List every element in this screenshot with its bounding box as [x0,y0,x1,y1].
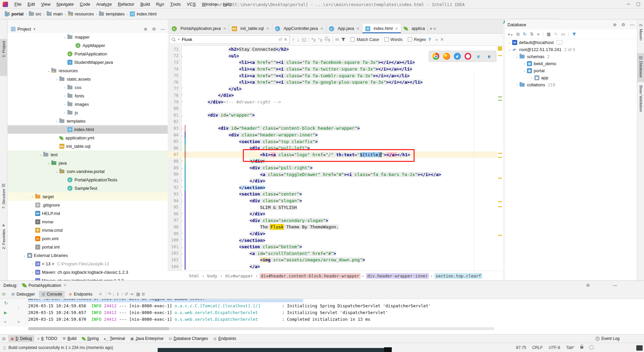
more-options-icon[interactable]: » [435,37,438,42]
tree-item-static.assets[interactable]: ⌄static.assets [8,75,168,83]
close-find-bar-icon[interactable]: ✕ [440,37,444,42]
code-line-92[interactable]: 92⌃ </section> [168,184,497,191]
tree-expand-icon[interactable]: › [529,76,534,80]
breadcrumb-item-templates[interactable]: templates [99,11,124,16]
debug-tab-endpoints[interactable]: ◉Endpoints [66,291,95,298]
close-tab-icon[interactable]: ✕ [320,27,323,31]
tab-list-chevron-icon[interactable]: ▾ [430,26,432,31]
fold-marker-icon[interactable]: ⌄ [180,114,184,117]
tree-expand-icon[interactable]: ⌄ [38,153,43,157]
tree-item-templates[interactable]: ⌄templates [8,117,168,125]
tree-item-resources[interactable]: ⌄resources [8,67,168,75]
fold-marker-icon[interactable]: ⌄ [180,140,184,143]
find-option-words[interactable]: Words [384,37,402,42]
tool-strip-bean-validation[interactable]: Bean Validation [637,83,644,120]
edge-icon[interactable]: e [486,53,493,60]
step-over-icon[interactable]: ↓ [112,292,115,297]
editor-breadcrumb-item[interactable]: div#header.content-block.header-wrapper [260,273,361,279]
toolwindow-terminal[interactable]: ▸_Terminal [102,335,127,342]
tree-item-PortalApplication[interactable]: CPortalApplication [8,50,168,58]
tree-expand-icon[interactable]: ⌄ [507,48,512,51]
indent-style[interactable]: Tab* [566,345,574,350]
breadcrumb-item-src[interactable]: src [29,11,41,16]
tool-window-switcher-icon[interactable]: ⊞ [2,336,6,341]
menu-run[interactable]: Run [153,0,167,9]
menu-build[interactable]: Build [137,0,153,9]
tree-expand-icon[interactable]: ⌄ [46,69,51,73]
tree-expand-icon[interactable]: ⌄ [54,77,59,81]
tab-list-menu-icon[interactable]: ≡ [433,26,436,31]
log-line[interactable]: 2020-03-15 10:24:59.656 INFO 24412 --- [… [28,302,644,309]
tree-expand-icon[interactable]: › [62,94,67,98]
scroll-up-icon[interactable]: ↑ [17,306,20,311]
breadcrumb-item-main[interactable]: main [47,11,63,16]
chrome-icon[interactable] [432,53,439,60]
console-output[interactable]: Note: further occurrences of this error … [28,299,644,326]
tree-item-application.yml[interactable]: application.yml [8,134,168,142]
opera-icon[interactable] [465,53,471,60]
tree-item-mapper[interactable]: ⌄mapper [8,33,168,41]
warning-stripe-mark[interactable] [498,206,502,207]
caret-position[interactable]: 87:75 [516,345,526,350]
db-item-schemas[interactable]: ⌄schemas2 [505,53,637,60]
fold-marker-icon[interactable]: ⌄ [180,133,184,137]
code-line-87[interactable]: 87 <h1><a class="logo" href="/" th:text=… [168,151,497,158]
warning-stripe-mark[interactable] [498,235,502,236]
search-input[interactable] [182,37,277,42]
tree-expand-icon[interactable]: ⌄ [54,170,59,173]
menu-vcs[interactable]: VCS [184,0,199,9]
code-line-80[interactable]: 80 [168,105,497,112]
tree-expand-icon[interactable]: › [62,111,67,115]
code-line-85[interactable]: 85⌄ <section class="top clearfix"> [168,138,497,145]
select-all-occurrences-icon[interactable]: ☑Ⅱ [324,36,330,43]
breadcrumb-item-portal[interactable]: portal [5,11,23,16]
toolwindow-build[interactable]: ⚒Build [60,335,79,342]
status-message[interactable]: Build completed successfully in 1 s 234 … [8,345,113,350]
code-line-82[interactable]: 82 [168,119,497,125]
locate-object-icon[interactable]: ⊕ [613,22,616,27]
editor-breadcrumb-item[interactable]: section.top.clearf [434,273,482,279]
gear-icon[interactable]: ⚙ [621,22,625,27]
file-encoding[interactable]: UTF-8 [549,345,560,350]
tree-item-.gitignore[interactable]: ∅.gitignore [8,201,168,209]
help-icon[interactable]: ? [428,37,431,42]
toolwindow-6-todo[interactable]: ≡6: TODO [35,335,59,342]
tree-expand-icon[interactable]: › [62,86,67,89]
upload-icon[interactable]: ⇅ [530,32,534,37]
code-editor[interactable]: 71 <h2>Stay Connected</h2>72⌄ <ul>73 <li… [168,46,503,271]
code-line-76[interactable]: 76 <li><a href=""><i class="fa fa-google… [168,79,497,86]
db-item-portal[interactable]: ⌄▤portal [505,67,637,74]
fold-marker-icon[interactable]: ⌄ [180,166,184,170]
find-option-regex[interactable]: Regex [408,37,426,42]
menu-code[interactable]: Code [77,0,93,9]
more-actions-icon[interactable]: » [4,319,6,324]
close-icon[interactable]: ✕ [63,283,66,288]
settings-icon[interactable]: ≣ [142,292,145,297]
layout-settings-icon[interactable]: ≡ [99,292,102,297]
code-line-83[interactable]: 83⌄ <div id="header" class="content-bloc… [168,125,497,132]
tree-item-Maven-ch.qos.logback-logback-classic-1.2.3[interactable]: ›mMaven: ch.qos.logback:logback-classic:… [8,268,168,276]
code-line-86[interactable]: 86⌄ <div class="pull-left"> [168,145,497,151]
fold-marker-icon[interactable]: ⌄ [180,219,184,222]
toolwindow-database-changes[interactable]: ⛁Database Changes [166,335,210,342]
code-line-84[interactable]: 84⌄ <div class="header-wrapper-inner"> [168,132,497,138]
gear-icon[interactable]: ⚙ [152,27,156,32]
clear-search-icon[interactable]: ✕ [284,37,287,42]
tree-expand-icon[interactable]: ⌄ [522,69,527,73]
code-line-98[interactable]: 98 The Flusk Theme By ThemeWagon. [168,224,497,230]
close-tab-icon[interactable]: ✕ [395,27,398,31]
step-out-icon[interactable]: ↑ [121,292,123,297]
filter-icon[interactable] [572,32,576,36]
menu-file[interactable]: File [11,0,24,9]
more-actions-icon[interactable]: » [17,319,20,324]
db-item-app[interactable]: ›▦app [505,74,637,81]
tool-strip-database[interactable]: ▤Database [637,53,644,82]
fold-marker-icon[interactable]: ⌄ [180,192,184,196]
code-line-91[interactable]: 91⌃ </div> [168,178,497,184]
maximize-button[interactable]: ▢ [634,1,643,7]
tree-expand-icon[interactable]: ⌄ [46,161,51,165]
tree-item-pom.xml[interactable]: mpom.xml [8,234,168,243]
code-line-96[interactable]: 96⌃ </div> [168,211,497,217]
code-line-90[interactable]: 90 <a class="toggleDrawer" href="#"><i c… [168,171,497,178]
search-input-box[interactable]: ▼ ⏎ ✕ [169,35,290,44]
